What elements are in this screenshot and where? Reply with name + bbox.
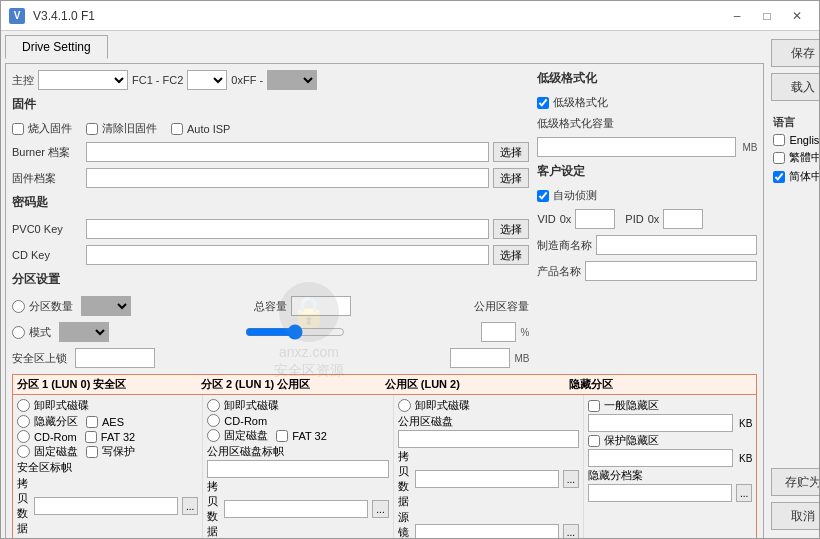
cdkey-row: CD Key 选择 — [12, 245, 529, 265]
p2-removable-radio[interactable] — [207, 399, 220, 412]
clear-firmware-checkbox[interactable] — [86, 123, 98, 135]
clear-firmware-check: 清除旧固件 — [86, 121, 157, 136]
p2-copy-btn[interactable]: ... — [372, 500, 388, 518]
mode-radio-btn[interactable] — [12, 326, 25, 339]
p4-general-hidden-row: 一般隐藏区 — [588, 398, 752, 413]
low-format-mb-input[interactable] — [537, 137, 736, 157]
p2-cdrom-row: CD-Rom — [207, 414, 388, 427]
controller-select[interactable] — [38, 70, 128, 90]
public-capacity-mb[interactable] — [450, 348, 510, 368]
pid-label: PID — [625, 213, 643, 225]
firmware-select-btn[interactable]: 选择 — [493, 168, 529, 188]
p3-removable-radio[interactable] — [398, 399, 411, 412]
auto-isp-checkbox[interactable] — [171, 123, 183, 135]
p2-copy-row: 拷贝数据 ... — [207, 479, 388, 538]
p4-kb2-label: KB — [739, 453, 752, 464]
p1-hidden-radio[interactable] — [17, 415, 30, 428]
partition-header-1: 分区 1 (LUN 0) 安全区 — [17, 377, 201, 392]
p4-kb1-input[interactable] — [588, 414, 733, 432]
mode-select[interactable] — [59, 322, 109, 342]
auto-detect-checkbox[interactable] — [537, 190, 549, 202]
p4-kb2-input[interactable] — [588, 449, 733, 467]
p1-copy-input[interactable] — [34, 497, 178, 515]
burner-select-btn[interactable]: 选择 — [493, 142, 529, 162]
p3-source-input[interactable] — [415, 524, 559, 539]
p1-fat32-checkbox[interactable] — [85, 431, 97, 443]
partition-count-select[interactable] — [81, 296, 131, 316]
partition-bottom-section: 分区 1 (LUN 0) 安全区 分区 2 (LUN 1) 公用区 公用区 (L… — [12, 374, 757, 538]
product-input[interactable] — [585, 261, 757, 281]
p2-cdrom-radio[interactable] — [207, 414, 220, 427]
p4-hidden-file-input-row: ... — [588, 484, 752, 502]
burner-file-input[interactable] — [86, 142, 489, 162]
cdkey-select-btn[interactable]: 选择 — [493, 245, 529, 265]
vendor-input[interactable] — [596, 235, 757, 255]
cancel-button[interactable]: 取消 — [771, 502, 819, 530]
lock-row: 安全区上锁 MB — [12, 348, 529, 368]
close-button[interactable]: ✕ — [783, 6, 811, 26]
p1-copy-btn[interactable]: ... — [182, 497, 198, 515]
p4-general-hidden-checkbox[interactable] — [588, 400, 600, 412]
p3-disk-input[interactable] — [398, 430, 579, 448]
p1-fixed-label: 固定磁盘 — [34, 444, 78, 459]
p2-disk-label: 公用区磁盘标帜 — [207, 444, 284, 459]
capacity-slider[interactable] — [245, 324, 345, 340]
save-as-button[interactable]: 存贮为 — [771, 468, 819, 496]
p4-protect-hidden-checkbox[interactable] — [588, 435, 600, 447]
p1-removable-radio[interactable] — [17, 399, 30, 412]
cdkey-input[interactable] — [86, 245, 489, 265]
p1-aes-label: AES — [102, 416, 124, 428]
p1-cdrom-radio[interactable] — [17, 430, 30, 443]
tab-bar: Drive Setting — [5, 35, 764, 59]
fc-select[interactable] — [187, 70, 227, 90]
p3-copy-input[interactable] — [415, 470, 559, 488]
traditional-label: 繁體中文 — [789, 150, 819, 165]
partition-count-radio-btn[interactable] — [12, 300, 25, 313]
simplified-checkbox[interactable] — [773, 171, 785, 183]
firmware-file-input[interactable] — [86, 168, 489, 188]
p3-copy-btn[interactable]: ... — [563, 470, 579, 488]
p3-removable-row: 卸即式磁碟 — [398, 398, 579, 413]
auto-detect-check: 自动侦测 — [537, 188, 597, 203]
p3-source-label: 源镜像 — [398, 510, 409, 538]
right-section: 低级格式化 低级格式化 低级格式化容量 — [537, 70, 757, 370]
p2-fixed-label: 固定磁盘 — [224, 428, 268, 443]
p3-source-btn[interactable]: ... — [563, 524, 579, 539]
pid-input[interactable] — [663, 209, 703, 229]
load-button[interactable]: 载入 — [771, 73, 819, 101]
p4-hidden-file-btn[interactable]: ... — [736, 484, 752, 502]
english-label: English — [789, 134, 819, 146]
pvco-select-btn[interactable]: 选择 — [493, 219, 529, 239]
save-button[interactable]: 保存 — [771, 39, 819, 67]
auto-isp-check: Auto ISP — [171, 123, 230, 135]
total-capacity-input[interactable] — [291, 296, 351, 316]
traditional-checkbox[interactable] — [773, 152, 785, 164]
pvco-input[interactable] — [86, 219, 489, 239]
p2-copy-input[interactable] — [224, 500, 368, 518]
p4-hidden-file-input[interactable] — [588, 484, 732, 502]
p2-fat32-checkbox[interactable] — [276, 430, 288, 442]
p2-fixed-radio[interactable] — [207, 429, 220, 442]
maximize-button[interactable]: □ — [753, 6, 781, 26]
p1-writeprotect-checkbox[interactable] — [86, 446, 98, 458]
public-capacity-percent[interactable] — [481, 322, 516, 342]
p1-fixed-radio[interactable] — [17, 445, 30, 458]
tab-drive-setting[interactable]: Drive Setting — [5, 35, 108, 59]
mode-label: 模式 — [29, 325, 51, 340]
english-checkbox[interactable] — [773, 134, 785, 146]
p2-fixed-row: 固定磁盘 FAT 32 — [207, 428, 388, 443]
p4-kb1-label: KB — [739, 418, 752, 429]
content-area: Drive Setting 🔒 anxz.com 安全区资源 主控 — [1, 31, 819, 538]
low-format-checkbox[interactable] — [537, 97, 549, 109]
lock-password-input[interactable] — [75, 348, 155, 368]
p2-removable-label: 卸即式磁碟 — [224, 398, 279, 413]
minimize-button[interactable]: – — [723, 6, 751, 26]
fx-select[interactable] — [267, 70, 317, 90]
left-section: 主控 FC1 - FC2 0xFF - 固件 — [12, 70, 529, 370]
low-format-title: 低级格式化 — [537, 70, 597, 87]
titlebar-left: V V3.4.1.0 F1 — [9, 8, 95, 24]
p2-disk-input[interactable] — [207, 460, 388, 478]
vid-input[interactable] — [575, 209, 615, 229]
p1-aes-checkbox[interactable] — [86, 416, 98, 428]
burn-firmware-checkbox[interactable] — [12, 123, 24, 135]
